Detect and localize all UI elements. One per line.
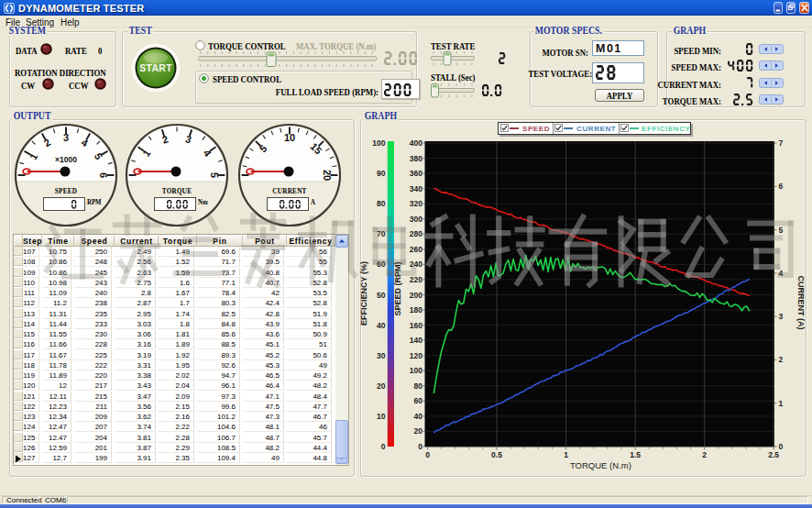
svg-text:START: START [139,62,172,73]
svg-text:2.5: 2.5 [768,450,779,459]
svg-text:40: 40 [414,412,423,421]
svg-text:SPEED (RPM): SPEED (RPM) [393,261,402,315]
svg-text:30: 30 [377,351,386,360]
svg-text:6: 6 [779,182,784,191]
svg-text:5: 5 [209,172,220,178]
svg-text:160: 160 [410,321,422,330]
svg-text:1: 1 [564,450,568,459]
svg-text:40: 40 [377,321,386,330]
svg-text:100: 100 [372,138,385,148]
svg-text:0.5: 0.5 [491,450,502,459]
svg-text:120: 120 [410,351,422,360]
svg-text:200: 200 [410,291,422,300]
svg-text:240: 240 [410,260,422,269]
svg-text:360: 360 [410,169,422,178]
svg-text:TORQUE (N.m): TORQUE (N.m) [570,460,631,470]
svg-text:80: 80 [377,199,386,208]
svg-text:380: 380 [410,154,422,163]
svg-text:2: 2 [702,450,707,459]
svg-text:300: 300 [410,215,422,224]
svg-text:260: 260 [410,245,422,254]
svg-text:20: 20 [414,426,423,436]
svg-text:20: 20 [377,381,386,391]
svg-text:CURRENT (A): CURRENT (A) [796,276,806,330]
svg-text:50: 50 [377,291,386,300]
svg-text:0: 0 [381,442,386,451]
svg-text:0: 0 [418,442,422,451]
svg-text:1: 1 [779,399,784,408]
svg-text:70: 70 [377,229,386,238]
svg-text:3: 3 [63,132,69,143]
svg-text:60: 60 [377,260,386,269]
svg-text:140: 140 [410,336,422,345]
svg-text:400: 400 [410,138,422,148]
svg-text:90: 90 [377,169,386,178]
svg-text:0: 0 [779,442,784,451]
svg-text:×1000: ×1000 [55,155,77,164]
svg-text:2: 2 [779,355,784,364]
svg-text:220: 220 [410,275,422,284]
svg-text:1.5: 1.5 [630,450,641,459]
svg-text:6: 6 [98,172,109,178]
svg-text:3: 3 [779,312,784,321]
svg-text:10: 10 [284,132,295,143]
svg-text:EFFICIENCY (%): EFFICIENCY (%) [359,261,368,326]
svg-text:20: 20 [322,170,333,181]
svg-text:80: 80 [414,381,423,391]
svg-text:100: 100 [410,366,422,375]
svg-text:340: 340 [410,184,422,193]
svg-text:10: 10 [377,412,386,421]
svg-text:5: 5 [779,226,784,235]
svg-text:60: 60 [414,396,423,405]
svg-text:0: 0 [425,450,430,459]
svg-text:320: 320 [410,199,422,208]
svg-text:4: 4 [779,269,784,278]
svg-text:280: 280 [410,229,422,238]
svg-text:7: 7 [779,138,784,148]
svg-text:180: 180 [410,305,422,315]
